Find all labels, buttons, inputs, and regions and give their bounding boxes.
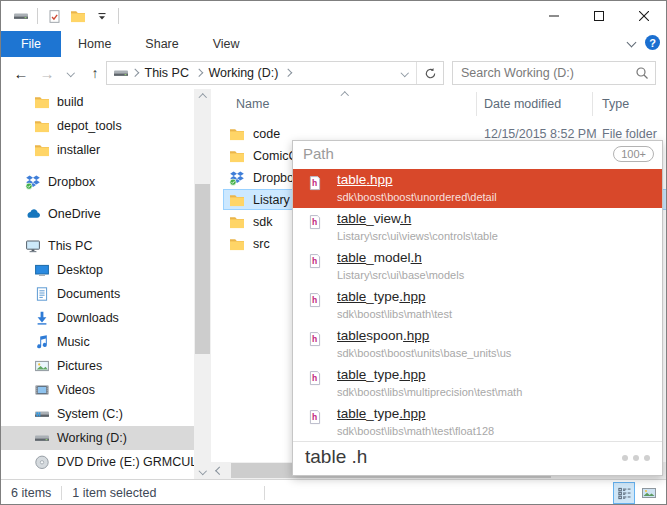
sidebar-item-label: OneDrive [48, 207, 101, 221]
search-query[interactable]: table .h [305, 446, 367, 468]
header-file-icon: h [307, 253, 323, 269]
result-path: sdk\boost\boost\units\base_units\us [337, 347, 511, 359]
search-result-7[interactable]: htable_type.hppsdk\boost\libs\math\test\… [293, 403, 662, 442]
breadcrumb-this-pc[interactable]: This PC [141, 66, 193, 80]
scroll-left-icon[interactable] [211, 462, 228, 479]
music-icon [34, 334, 50, 350]
sidebar-item-label: build [57, 95, 83, 109]
header-file-icon: h [307, 331, 323, 347]
sidebar-item-label: Desktop [57, 263, 103, 277]
sidebar-item-label: Downloads [57, 311, 119, 325]
sidebar-item-dvd-drive-e-grmculx[interactable]: DVD Drive (E:) GRMCULX [1, 450, 194, 474]
location-drive-icon [113, 65, 129, 81]
folder-icon [34, 94, 50, 110]
pictures-icon [34, 358, 50, 374]
result-path: sdk\boost\boost\unordered\detail [337, 191, 497, 203]
sidebar-item-build[interactable]: build [1, 90, 194, 114]
sidebar-item-dropbox[interactable]: Dropbox [1, 170, 194, 194]
result-path: sdk\boost\libs\math\test\float128 [337, 425, 494, 437]
result-filename: table_type.hpp [337, 289, 426, 304]
svg-text:h: h [312, 256, 317, 266]
popup-search-bar[interactable]: table .h [293, 441, 662, 475]
window-icon [9, 4, 33, 28]
search-box [452, 61, 656, 85]
sidebar-item-pictures[interactable]: Pictures [1, 354, 194, 378]
onedrive-icon [25, 206, 41, 222]
sidebar-item-working-d[interactable]: Working (D:) [1, 426, 194, 450]
up-button[interactable]: ↑ [83, 57, 107, 89]
close-button[interactable] [621, 1, 666, 31]
sidebar-item-this-pc[interactable]: This PC [1, 234, 194, 258]
sidebar-item-label: System (C:) [57, 407, 123, 421]
navigation-bar: ← → ↑ This PC Working (D:) [1, 57, 666, 90]
search-result-3[interactable]: htable_model.hListary\src\ui\base\models [293, 247, 662, 286]
column-header-name[interactable]: Name [236, 97, 269, 111]
header-file-icon: h [307, 409, 323, 425]
sidebar-item-installer[interactable]: installer [1, 138, 194, 162]
search-result-1[interactable]: htable.hppsdk\boost\boost\unordered\deta… [293, 169, 662, 208]
help-icon[interactable]: ? [645, 35, 660, 50]
drive-icon [34, 430, 50, 446]
tab-share[interactable]: Share [128, 31, 195, 57]
back-button[interactable]: ← [7, 57, 35, 89]
sort-ascending-icon [341, 92, 349, 100]
search-result-2[interactable]: htable_view.hListary\src\ui\views\contro… [293, 208, 662, 247]
qat-customize-icon[interactable] [90, 4, 114, 28]
desktop-icon [34, 262, 50, 278]
forward-button[interactable]: → [35, 57, 59, 89]
folder-icon [229, 148, 245, 164]
sidebar-item-label: Pictures [57, 359, 102, 373]
result-path: sdk\boost\libs\math\test [337, 308, 452, 320]
sidebar-item-downloads[interactable]: Downloads [1, 306, 194, 330]
sidebar-item-system-c[interactable]: System (C:) [1, 402, 194, 426]
tab-home[interactable]: Home [61, 31, 128, 57]
search-icon[interactable] [629, 66, 655, 80]
breadcrumb-working-d[interactable]: Working (D:) [204, 66, 282, 80]
minimize-ribbon-icon[interactable] [627, 38, 637, 48]
address-bar[interactable]: This PC Working (D:) [106, 61, 444, 85]
svg-text:h: h [312, 217, 317, 227]
navigation-pane: builddepot_toolsinstallerDropboxOneDrive… [1, 89, 194, 479]
ribbon-right-controls: ? [628, 35, 660, 50]
view-toggles [613, 482, 660, 504]
ribbon-tabs: File Home Share View [1, 31, 666, 58]
file-type: File folder [602, 127, 657, 141]
result-filename: table_view.h [337, 211, 411, 226]
sidebar-item-depot-tools[interactable]: depot_tools [1, 114, 194, 138]
dvd-icon [34, 454, 50, 470]
scroll-down-icon[interactable] [194, 462, 211, 479]
sidebar-item-onedrive[interactable]: OneDrive [1, 202, 194, 226]
address-dropdown-icon[interactable] [394, 62, 416, 84]
sidebar-item-music[interactable]: Music [1, 330, 194, 354]
maximize-button[interactable] [576, 1, 621, 31]
large-icons-view-button[interactable] [638, 482, 660, 504]
sidebar-scrollbar[interactable] [194, 89, 211, 479]
result-filename: table.hpp [337, 172, 393, 187]
menu-dots-icon[interactable] [622, 455, 650, 461]
scrollbar-thumb[interactable] [195, 184, 210, 354]
search-result-6[interactable]: htable_type.hppsdk\boost\libs\multipreci… [293, 364, 662, 403]
search-result-5[interactable]: htablespoon.hppsdk\boost\boost\units\bas… [293, 325, 662, 364]
header-file-icon: h [307, 370, 323, 386]
tab-file[interactable]: File [1, 31, 61, 57]
scroll-up-icon[interactable] [194, 89, 211, 106]
column-header-date-modified[interactable]: Date modified [484, 97, 561, 111]
qat-properties-icon[interactable] [42, 4, 66, 28]
sidebar-item-videos[interactable]: Videos [1, 378, 194, 402]
folder-icon [229, 126, 245, 142]
sidebar-item-desktop[interactable]: Desktop [1, 258, 194, 282]
tab-view[interactable]: View [196, 31, 257, 57]
column-header-type[interactable]: Type [602, 97, 629, 111]
search-input[interactable] [453, 66, 629, 80]
details-view-button[interactable] [613, 482, 635, 504]
recent-locations-icon[interactable] [61, 57, 81, 89]
search-result-4[interactable]: htable_type.hppsdk\boost\libs\math\test [293, 286, 662, 325]
file-date-modified: 12/15/2015 8:52 PM [484, 127, 597, 141]
thispc-icon [25, 238, 41, 254]
sidebar-item-documents[interactable]: Documents [1, 282, 194, 306]
folder-icon [34, 118, 50, 134]
refresh-icon[interactable] [417, 62, 443, 84]
qat-new-folder-icon[interactable] [66, 4, 90, 28]
svg-text:h: h [312, 178, 317, 188]
minimize-button[interactable] [531, 1, 576, 31]
